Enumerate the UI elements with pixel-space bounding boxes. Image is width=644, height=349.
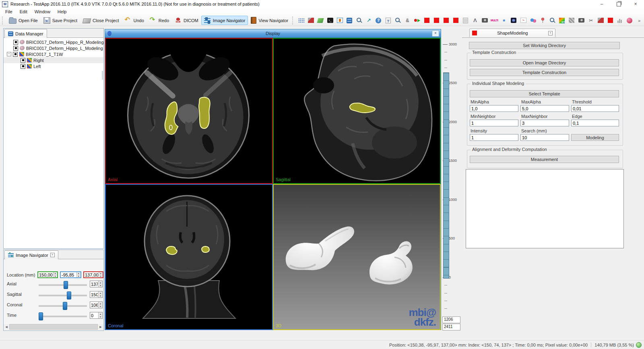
point-set-icon[interactable] — [296, 16, 306, 25]
intensity-input[interactable] — [470, 134, 518, 141]
menu-help[interactable]: Help — [54, 9, 70, 14]
redo-button[interactable]: Redo — [147, 16, 172, 25]
tree-row[interactable]: − BRIC0017_1_T1W — [4, 51, 103, 57]
results-list-box[interactable] — [466, 169, 624, 248]
min-neighbor-input[interactable] — [470, 120, 518, 126]
location-y-input[interactable] — [61, 273, 76, 277]
wrench-tool-icon[interactable] — [596, 16, 605, 25]
spin-arrows[interactable]: ▲▼ — [98, 302, 102, 308]
scrollbar-thumb[interactable] — [9, 324, 98, 330]
connection-icon[interactable] — [402, 16, 412, 25]
open-file-button[interactable]: Open File — [6, 16, 41, 25]
menu-edit[interactable]: Edit — [16, 9, 31, 14]
axial-value-input[interactable] — [90, 282, 98, 287]
visibility-checkbox[interactable] — [21, 64, 25, 69]
tree-row[interactable]: Left — [4, 63, 103, 69]
max-alpha-field[interactable] — [520, 105, 569, 112]
axial-view[interactable]: Axial — [105, 38, 273, 184]
plugin-red-icon-1[interactable] — [422, 16, 431, 25]
threed-view[interactable]: mbi@ dkfz. 3D — [273, 184, 441, 330]
display-close-icon[interactable]: × — [432, 30, 439, 37]
select-template-button[interactable]: Select Template — [470, 90, 619, 97]
tree-row[interactable]: Right — [4, 57, 103, 63]
close-project-button[interactable]: Close Project — [80, 16, 122, 25]
time-slider[interactable] — [39, 316, 87, 317]
axial-value-spinbox[interactable]: ▲▼ — [90, 281, 103, 287]
map-surface-icon[interactable] — [316, 16, 325, 25]
help-contents-icon[interactable] — [383, 16, 393, 25]
time-value-spinbox[interactable]: ▲▼ — [90, 312, 103, 319]
measure-tool-icon[interactable] — [306, 16, 316, 25]
coronal-value-spinbox[interactable]: ▲▼ — [90, 302, 103, 308]
visibility-checkbox[interactable] — [13, 40, 18, 45]
clipboard-pages-icon[interactable] — [460, 16, 470, 25]
fly-view-icon[interactable] — [499, 16, 509, 25]
dicom-button[interactable]: DICOM — [172, 16, 201, 25]
location-x-input[interactable] — [38, 273, 53, 277]
close-icon[interactable]: × — [50, 253, 55, 257]
min-neighbor-field[interactable] — [470, 120, 518, 126]
pin-icon[interactable] — [538, 16, 547, 25]
menu-file[interactable]: File — [2, 9, 16, 14]
tree-expander[interactable]: − — [7, 52, 11, 56]
visibility-checkbox[interactable] — [21, 58, 25, 63]
spin-arrows[interactable]: ▲▼ — [98, 291, 102, 297]
modeling-button[interactable]: Modeling — [571, 134, 619, 141]
brain-image-icon[interactable] — [509, 16, 518, 25]
location-z-spinbox[interactable]: ▲▼ — [83, 271, 103, 278]
min-alpha-field[interactable] — [470, 105, 518, 112]
time-value-input[interactable] — [90, 313, 98, 318]
display-title-bar[interactable]: Display × — [105, 29, 441, 38]
texture-image-icon[interactable] — [567, 16, 576, 25]
view-navigator-button[interactable]: View Navigator — [248, 15, 291, 25]
menu-window[interactable]: Window — [31, 9, 54, 14]
sagittal-value-spinbox[interactable]: ▲▼ — [90, 291, 103, 298]
tree-row[interactable]: BRIC0017_Deform_Hippo_R_Modeling — [4, 39, 103, 45]
measurement-button[interactable]: Measurement — [470, 156, 619, 163]
tree-scrollbar[interactable] — [102, 71, 103, 80]
template-construction-button[interactable]: Template Construction — [470, 69, 619, 76]
histogram-icon[interactable] — [615, 16, 625, 25]
sagittal-slider-handle[interactable] — [67, 291, 71, 299]
window-value-box[interactable]: 2411 — [442, 324, 460, 330]
tab-image-navigator[interactable]: Image Navigator × — [4, 250, 58, 259]
level-window-bar[interactable] — [443, 72, 449, 279]
sagittal-slider[interactable] — [39, 295, 87, 296]
spin-arrows[interactable]: ▲▼ — [53, 272, 57, 277]
search-mm-field[interactable] — [520, 134, 569, 141]
axial-slider-handle[interactable] — [64, 281, 68, 289]
threshold-input[interactable] — [571, 105, 619, 112]
line-chart-icon[interactable] — [518, 16, 528, 25]
set-working-directory-button[interactable]: Set Working Directory — [469, 42, 620, 49]
sphere-icon[interactable] — [625, 16, 634, 25]
coronal-slider[interactable] — [39, 305, 87, 307]
help-icon[interactable] — [374, 16, 383, 25]
coronal-value-input[interactable] — [90, 303, 98, 308]
terminal-icon[interactable] — [325, 16, 335, 25]
screenshot-camera-icon[interactable] — [480, 16, 489, 25]
edge-field[interactable] — [571, 120, 619, 126]
spin-arrows[interactable]: ▲▼ — [76, 272, 80, 277]
coronal-view[interactable]: Coronal — [105, 184, 273, 330]
search-mm-input[interactable] — [520, 134, 569, 141]
help-search-icon[interactable] — [393, 16, 402, 25]
plugin-red-icon-2[interactable] — [431, 16, 441, 25]
compass-icon[interactable] — [470, 16, 480, 25]
coronal-slider-handle[interactable] — [63, 302, 67, 310]
dicom-send-icon[interactable] — [364, 16, 374, 25]
sagittal-view[interactable]: Sagittal — [273, 38, 441, 184]
time-slider-handle[interactable] — [39, 312, 43, 320]
undo-button[interactable]: Undo — [122, 16, 147, 25]
dicom-browser-icon[interactable] — [345, 16, 354, 25]
visibility-checkbox[interactable] — [13, 46, 18, 51]
axial-slider[interactable] — [39, 284, 87, 286]
restore-button[interactable] — [610, 0, 627, 8]
record-play-icon[interactable] — [412, 16, 422, 25]
minimize-button[interactable]: – — [593, 0, 610, 8]
dicom-inspect-icon[interactable] — [354, 16, 364, 25]
max-neighbor-input[interactable] — [520, 120, 569, 126]
multi-label-icon[interactable] — [489, 16, 499, 25]
visibility-checkbox[interactable] — [13, 52, 18, 57]
plugin-red-icon-5[interactable] — [605, 16, 615, 25]
level-value-box[interactable]: 1206 — [442, 316, 460, 323]
